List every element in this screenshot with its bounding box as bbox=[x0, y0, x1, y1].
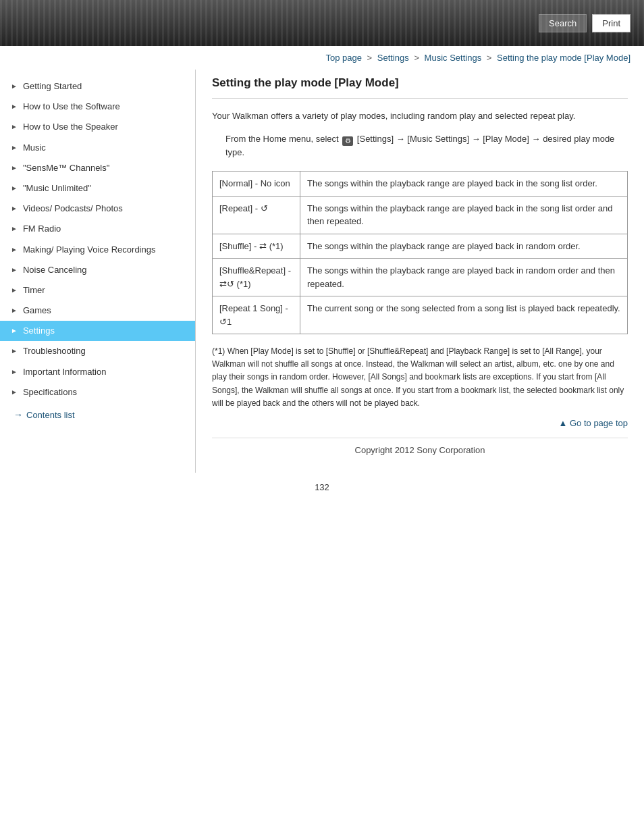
sidebar-item-label: FM Radio bbox=[23, 223, 188, 235]
sidebar-item-label: Important Information bbox=[23, 366, 188, 378]
description-cell: The current song or the song selected fr… bbox=[300, 296, 628, 334]
description-cell: The songs within the playback range are … bbox=[300, 196, 628, 234]
contents-list-link[interactable]: → Contents list bbox=[0, 402, 195, 420]
sidebar-item-making-playing[interactable]: ►Making/ Playing Voice Recordings bbox=[0, 240, 195, 260]
sidebar-item-how-to-use-speaker[interactable]: ►How to Use the Speaker bbox=[0, 117, 195, 137]
sidebar-item-how-to-use-software[interactable]: ►How to Use the Software bbox=[0, 97, 195, 117]
intro-text: Your Walkman offers a variety of play mo… bbox=[212, 109, 628, 123]
contents-list-arrow-icon: → bbox=[14, 409, 23, 420]
mode-cell: [Shuffle&Repeat] - ⇄↺ (*1) bbox=[213, 259, 300, 296]
sidebar-item-timer[interactable]: ►Timer bbox=[0, 280, 195, 301]
breadcrumb-sep-3: > bbox=[487, 53, 494, 63]
breadcrumb: Top page > Settings > Music Settings > S… bbox=[0, 46, 644, 70]
sidebar-arrow-icon: ► bbox=[11, 82, 18, 91]
table-row: [Repeat 1 Song] - ↺1The current song or … bbox=[213, 296, 628, 334]
search-button[interactable]: Search bbox=[539, 14, 587, 32]
content-title-bar: Setting the play mode [Play Mode] bbox=[212, 76, 628, 99]
sidebar-arrow-icon: ► bbox=[11, 245, 18, 255]
sidebar: ►Getting Started►How to Use the Software… bbox=[0, 70, 196, 473]
table-row: [Shuffle&Repeat] - ⇄↺ (*1)The songs with… bbox=[213, 259, 628, 296]
sidebar-arrow-icon: ► bbox=[11, 143, 18, 153]
sidebar-item-troubleshooting[interactable]: ►Troubleshooting bbox=[0, 341, 195, 361]
sidebar-arrow-icon: ► bbox=[11, 346, 18, 356]
sidebar-arrow-icon: ► bbox=[11, 265, 18, 275]
description-cell: The songs within the playback range are … bbox=[300, 172, 628, 197]
table-row: [Normal] - No iconThe songs within the p… bbox=[213, 172, 628, 197]
contents-list-label: Contents list bbox=[26, 410, 75, 420]
sidebar-item-label: Games bbox=[23, 305, 188, 317]
instruction-prefix: From the Home menu, select bbox=[225, 134, 341, 144]
sidebar-item-label: How to Use the Software bbox=[23, 101, 188, 113]
sidebar-item-label: Getting Started bbox=[23, 80, 188, 93]
footnote: (*1) When [Play Mode] is set to [Shuffle… bbox=[212, 345, 628, 410]
main-layout: ►Getting Started►How to Use the Software… bbox=[0, 70, 644, 473]
content-area: Setting the play mode [Play Mode] Your W… bbox=[196, 70, 644, 473]
breadcrumb-settings[interactable]: Settings bbox=[377, 53, 409, 63]
breadcrumb-sep-2: > bbox=[414, 53, 421, 63]
sidebar-item-important-information[interactable]: ►Important Information bbox=[0, 362, 195, 382]
header: Search Print bbox=[0, 0, 644, 46]
sidebar-arrow-icon: ► bbox=[11, 224, 18, 234]
sidebar-arrow-icon: ► bbox=[11, 163, 18, 173]
sidebar-item-fm-radio[interactable]: ►FM Radio bbox=[0, 219, 195, 239]
table-row: [Repeat] - ↺The songs within the playbac… bbox=[213, 196, 628, 234]
sidebar-item-label: Specifications bbox=[23, 386, 188, 398]
go-to-top: ▲ Go to page top bbox=[212, 418, 628, 428]
sidebar-item-label: Settings bbox=[23, 325, 188, 337]
mode-cell: [Shuffle] - ⇄ (*1) bbox=[213, 234, 300, 259]
sidebar-arrow-icon: ► bbox=[11, 102, 18, 111]
breadcrumb-music-settings[interactable]: Music Settings bbox=[425, 53, 482, 63]
sidebar-item-label: Making/ Playing Voice Recordings bbox=[23, 244, 188, 256]
sidebar-item-noise-canceling[interactable]: ►Noise Canceling bbox=[0, 260, 195, 280]
sidebar-arrow-icon: ► bbox=[11, 306, 18, 315]
description-cell: The songs within the playback range are … bbox=[300, 259, 628, 296]
sidebar-item-label: Noise Canceling bbox=[23, 264, 188, 276]
mode-cell: [Repeat 1 Song] - ↺1 bbox=[213, 296, 300, 334]
sidebar-item-music-unlimited[interactable]: ►"Music Unlimited" bbox=[0, 178, 195, 199]
breadcrumb-sep-1: > bbox=[367, 53, 375, 63]
copyright: Copyright 2012 Sony Corporation bbox=[212, 438, 628, 459]
breadcrumb-top[interactable]: Top page bbox=[325, 53, 362, 63]
mode-cell: [Repeat] - ↺ bbox=[213, 196, 300, 234]
page-title: Setting the play mode [Play Mode] bbox=[212, 76, 628, 90]
sidebar-item-label: Music bbox=[23, 142, 188, 154]
sidebar-arrow-icon: ► bbox=[11, 204, 18, 213]
instruction-row: From the Home menu, select ⚙ [Settings] … bbox=[225, 132, 628, 161]
sidebar-arrow-icon: ► bbox=[11, 367, 18, 377]
table-row: [Shuffle] - ⇄ (*1)The songs within the p… bbox=[213, 234, 628, 259]
page-number: 132 bbox=[0, 473, 644, 502]
sidebar-arrow-icon: ► bbox=[11, 286, 18, 295]
sidebar-item-settings[interactable]: ►Settings bbox=[0, 321, 195, 341]
sidebar-item-games[interactable]: ►Games bbox=[0, 301, 195, 321]
sidebar-item-sensme-channels[interactable]: ►"SensMe™ Channels" bbox=[0, 158, 195, 178]
sidebar-item-label: "SensMe™ Channels" bbox=[23, 162, 188, 174]
sidebar-item-music[interactable]: ►Music bbox=[0, 138, 195, 158]
play-modes-table: [Normal] - No iconThe songs within the p… bbox=[212, 171, 628, 334]
mode-cell: [Normal] - No icon bbox=[213, 172, 300, 197]
sidebar-arrow-icon: ► bbox=[11, 184, 18, 193]
settings-icon: ⚙ bbox=[342, 136, 353, 146]
description-cell: The songs within the playback range are … bbox=[300, 234, 628, 259]
sidebar-arrow-icon: ► bbox=[11, 326, 18, 336]
sidebar-arrow-icon: ► bbox=[11, 122, 18, 132]
sidebar-arrow-icon: ► bbox=[11, 388, 18, 397]
sidebar-item-label: Troubleshooting bbox=[23, 345, 188, 357]
breadcrumb-current[interactable]: Setting the play mode [Play Mode] bbox=[497, 53, 630, 63]
sidebar-item-label: Videos/ Podcasts/ Photos bbox=[23, 203, 188, 215]
print-button[interactable]: Print bbox=[592, 14, 630, 32]
sidebar-item-videos-podcasts-photos[interactable]: ►Videos/ Podcasts/ Photos bbox=[0, 199, 195, 219]
sidebar-item-getting-started[interactable]: ►Getting Started bbox=[0, 76, 195, 97]
sidebar-item-label: Timer bbox=[23, 284, 188, 296]
sidebar-item-label: How to Use the Speaker bbox=[23, 121, 188, 133]
sidebar-item-specifications[interactable]: ►Specifications bbox=[0, 382, 195, 402]
sidebar-item-label: "Music Unlimited" bbox=[23, 182, 188, 194]
go-to-top-link[interactable]: ▲ Go to page top bbox=[559, 418, 628, 428]
